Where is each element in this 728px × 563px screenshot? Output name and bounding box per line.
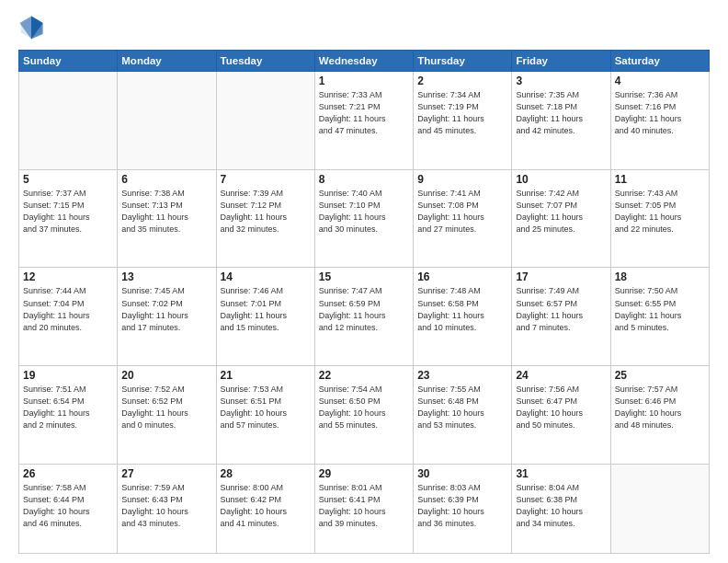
day-cell-21: 21Sunrise: 7:53 AM Sunset: 6:51 PM Dayli… — [216, 366, 314, 465]
day-number-26: 26 — [23, 467, 113, 480]
day-cell-10: 10Sunrise: 7:42 AM Sunset: 7:07 PM Dayli… — [512, 169, 610, 268]
day-cell-15: 15Sunrise: 7:47 AM Sunset: 6:59 PM Dayli… — [314, 268, 413, 366]
day-number-21: 21 — [221, 369, 311, 382]
day-info-23: Sunrise: 7:55 AM Sunset: 6:48 PM Dayligh… — [417, 384, 507, 431]
day-info-28: Sunrise: 8:00 AM Sunset: 6:42 PM Dayligh… — [221, 482, 311, 530]
day-cell-29: 29Sunrise: 8:01 AM Sunset: 6:41 PM Dayli… — [314, 464, 413, 553]
day-info-24: Sunrise: 7:56 AM Sunset: 6:47 PM Dayligh… — [516, 384, 606, 431]
day-info-8: Sunrise: 7:40 AM Sunset: 7:10 PM Dayligh… — [319, 188, 409, 236]
day-number-6: 6 — [121, 173, 211, 186]
day-cell-8: 8Sunrise: 7:40 AM Sunset: 7:10 PM Daylig… — [314, 169, 413, 268]
day-cell-17: 17Sunrise: 7:49 AM Sunset: 6:57 PM Dayli… — [512, 268, 610, 366]
day-cell-4: 4Sunrise: 7:36 AM Sunset: 7:16 PM Daylig… — [610, 72, 709, 170]
day-info-2: Sunrise: 7:34 AM Sunset: 7:19 PM Dayligh… — [417, 89, 507, 137]
week-row-1: 1Sunrise: 7:33 AM Sunset: 7:21 PM Daylig… — [19, 72, 710, 170]
day-info-5: Sunrise: 7:37 AM Sunset: 7:15 PM Dayligh… — [23, 188, 113, 236]
day-info-17: Sunrise: 7:49 AM Sunset: 6:57 PM Dayligh… — [516, 285, 606, 333]
weekday-header-saturday: Saturday — [610, 51, 709, 72]
day-info-4: Sunrise: 7:36 AM Sunset: 7:16 PM Dayligh… — [615, 89, 705, 137]
day-info-1: Sunrise: 7:33 AM Sunset: 7:21 PM Dayligh… — [319, 89, 409, 137]
day-number-29: 29 — [319, 467, 409, 480]
day-number-28: 28 — [221, 467, 311, 480]
day-number-5: 5 — [23, 173, 113, 186]
weekday-header-wednesday: Wednesday — [314, 51, 413, 72]
day-cell-19: 19Sunrise: 7:51 AM Sunset: 6:54 PM Dayli… — [19, 366, 118, 465]
day-info-9: Sunrise: 7:41 AM Sunset: 7:08 PM Dayligh… — [417, 188, 507, 236]
day-cell-25: 25Sunrise: 7:57 AM Sunset: 6:46 PM Dayli… — [610, 366, 709, 465]
empty-cell — [610, 464, 709, 553]
day-number-12: 12 — [23, 270, 113, 283]
day-cell-27: 27Sunrise: 7:59 AM Sunset: 6:43 PM Dayli… — [118, 464, 216, 553]
weekday-header-row: SundayMondayTuesdayWednesdayThursdayFrid… — [19, 51, 710, 72]
day-number-15: 15 — [319, 270, 409, 283]
day-cell-14: 14Sunrise: 7:46 AM Sunset: 7:01 PM Dayli… — [216, 268, 314, 366]
day-info-20: Sunrise: 7:52 AM Sunset: 6:52 PM Dayligh… — [121, 384, 211, 431]
day-number-19: 19 — [23, 369, 113, 382]
day-cell-2: 2Sunrise: 7:34 AM Sunset: 7:19 PM Daylig… — [414, 72, 512, 170]
day-number-25: 25 — [615, 369, 705, 382]
day-info-7: Sunrise: 7:39 AM Sunset: 7:12 PM Dayligh… — [221, 188, 311, 236]
day-cell-30: 30Sunrise: 8:03 AM Sunset: 6:39 PM Dayli… — [414, 464, 512, 553]
day-info-14: Sunrise: 7:46 AM Sunset: 7:01 PM Dayligh… — [221, 285, 311, 333]
day-number-14: 14 — [221, 270, 311, 283]
day-number-7: 7 — [221, 173, 311, 186]
weekday-header-friday: Friday — [512, 51, 610, 72]
day-cell-5: 5Sunrise: 7:37 AM Sunset: 7:15 PM Daylig… — [19, 169, 118, 268]
day-cell-26: 26Sunrise: 7:58 AM Sunset: 6:44 PM Dayli… — [19, 464, 118, 553]
logo-icon — [18, 15, 44, 40]
day-number-10: 10 — [516, 173, 606, 186]
day-cell-6: 6Sunrise: 7:38 AM Sunset: 7:13 PM Daylig… — [118, 169, 216, 268]
day-info-18: Sunrise: 7:50 AM Sunset: 6:55 PM Dayligh… — [615, 285, 705, 333]
day-cell-23: 23Sunrise: 7:55 AM Sunset: 6:48 PM Dayli… — [414, 366, 512, 465]
day-info-29: Sunrise: 8:01 AM Sunset: 6:41 PM Dayligh… — [319, 482, 409, 530]
day-number-16: 16 — [417, 270, 507, 283]
empty-cell — [19, 72, 118, 170]
day-cell-13: 13Sunrise: 7:45 AM Sunset: 7:02 PM Dayli… — [118, 268, 216, 366]
page: SundayMondayTuesdayWednesdayThursdayFrid… — [0, 0, 728, 563]
day-info-10: Sunrise: 7:42 AM Sunset: 7:07 PM Dayligh… — [516, 188, 606, 236]
day-number-1: 1 — [319, 75, 409, 87]
day-cell-11: 11Sunrise: 7:43 AM Sunset: 7:05 PM Dayli… — [610, 169, 709, 268]
week-row-3: 12Sunrise: 7:44 AM Sunset: 7:04 PM Dayli… — [19, 268, 710, 366]
day-cell-16: 16Sunrise: 7:48 AM Sunset: 6:58 PM Dayli… — [414, 268, 512, 366]
weekday-header-monday: Monday — [118, 51, 216, 72]
weekday-header-thursday: Thursday — [414, 51, 512, 72]
day-cell-22: 22Sunrise: 7:54 AM Sunset: 6:50 PM Dayli… — [314, 366, 413, 465]
day-info-26: Sunrise: 7:58 AM Sunset: 6:44 PM Dayligh… — [23, 482, 113, 530]
day-info-3: Sunrise: 7:35 AM Sunset: 7:18 PM Dayligh… — [516, 89, 606, 137]
day-info-13: Sunrise: 7:45 AM Sunset: 7:02 PM Dayligh… — [121, 285, 211, 333]
logo — [18, 15, 48, 40]
day-cell-20: 20Sunrise: 7:52 AM Sunset: 6:52 PM Dayli… — [118, 366, 216, 465]
day-cell-1: 1Sunrise: 7:33 AM Sunset: 7:21 PM Daylig… — [314, 72, 413, 170]
day-cell-12: 12Sunrise: 7:44 AM Sunset: 7:04 PM Dayli… — [19, 268, 118, 366]
day-number-30: 30 — [417, 467, 507, 480]
day-info-19: Sunrise: 7:51 AM Sunset: 6:54 PM Dayligh… — [23, 384, 113, 431]
week-row-2: 5Sunrise: 7:37 AM Sunset: 7:15 PM Daylig… — [19, 169, 710, 268]
day-cell-18: 18Sunrise: 7:50 AM Sunset: 6:55 PM Dayli… — [610, 268, 709, 366]
day-cell-31: 31Sunrise: 8:04 AM Sunset: 6:38 PM Dayli… — [512, 464, 610, 553]
empty-cell — [118, 72, 216, 170]
day-number-3: 3 — [516, 75, 606, 87]
day-number-2: 2 — [417, 75, 507, 87]
day-number-11: 11 — [615, 173, 705, 186]
day-info-15: Sunrise: 7:47 AM Sunset: 6:59 PM Dayligh… — [319, 285, 409, 333]
day-info-27: Sunrise: 7:59 AM Sunset: 6:43 PM Dayligh… — [121, 482, 211, 530]
day-info-12: Sunrise: 7:44 AM Sunset: 7:04 PM Dayligh… — [23, 285, 113, 333]
day-number-24: 24 — [516, 369, 606, 382]
day-info-22: Sunrise: 7:54 AM Sunset: 6:50 PM Dayligh… — [319, 384, 409, 431]
day-number-20: 20 — [121, 369, 211, 382]
day-cell-28: 28Sunrise: 8:00 AM Sunset: 6:42 PM Dayli… — [216, 464, 314, 553]
day-cell-24: 24Sunrise: 7:56 AM Sunset: 6:47 PM Dayli… — [512, 366, 610, 465]
weekday-header-tuesday: Tuesday — [216, 51, 314, 72]
day-info-16: Sunrise: 7:48 AM Sunset: 6:58 PM Dayligh… — [417, 285, 507, 333]
day-number-27: 27 — [121, 467, 211, 480]
day-cell-7: 7Sunrise: 7:39 AM Sunset: 7:12 PM Daylig… — [216, 169, 314, 268]
day-info-30: Sunrise: 8:03 AM Sunset: 6:39 PM Dayligh… — [417, 482, 507, 530]
day-info-21: Sunrise: 7:53 AM Sunset: 6:51 PM Dayligh… — [221, 384, 311, 431]
week-row-4: 19Sunrise: 7:51 AM Sunset: 6:54 PM Dayli… — [19, 366, 710, 465]
day-number-9: 9 — [417, 173, 507, 186]
day-number-8: 8 — [319, 173, 409, 186]
day-number-18: 18 — [615, 270, 705, 283]
calendar: SundayMondayTuesdayWednesdayThursdayFrid… — [18, 50, 710, 554]
day-number-4: 4 — [615, 75, 705, 87]
